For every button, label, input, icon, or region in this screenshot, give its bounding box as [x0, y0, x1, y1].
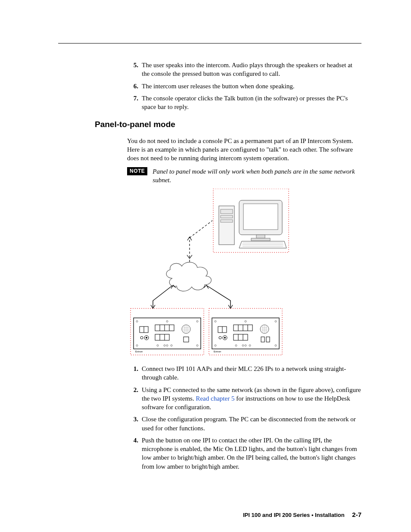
panel-brand-label: Extron [135, 350, 143, 353]
list-text: The user speaks into the intercom. Audio… [142, 61, 361, 78]
list-item: 2.Using a PC connected to the same netwo… [127, 386, 361, 412]
list-number: 4. [127, 436, 142, 471]
cross-ref-link[interactable]: Read chapter 5 [196, 395, 234, 402]
svg-rect-4 [221, 220, 233, 222]
note-text: Panel to panel mode will only work when … [153, 167, 361, 185]
note-badge: NOTE [127, 167, 147, 175]
list-number: 7. [127, 94, 142, 112]
steps-list: 1.Connect two IPI 101 AAPs and their MLC… [58, 364, 361, 471]
svg-rect-18 [134, 318, 201, 349]
footer-title: IPI 100 and IPI 200 Series • Installatio… [243, 512, 345, 518]
list-number: 1. [127, 364, 142, 382]
svg-rect-6 [243, 204, 278, 230]
page-footer: IPI 100 and IPI 200 Series • Installatio… [243, 510, 361, 519]
list-item: 4.Push the button on one IPI to contact … [127, 436, 361, 471]
list-number: 2. [127, 386, 142, 412]
list-item: 5.The user speaks into the intercom. Aud… [127, 61, 361, 78]
svg-rect-8 [251, 238, 270, 241]
top-rule [58, 43, 361, 44]
list-number: 6. [127, 82, 142, 90]
note-block: NOTE Panel to panel mode will only work … [127, 167, 361, 185]
list-item: 3.Close the configuration program. The P… [127, 415, 361, 432]
list-text: Using a PC connected to the same network… [142, 386, 361, 412]
list-text: The console operator clicks the Talk but… [142, 94, 361, 112]
list-number: 5. [127, 61, 142, 78]
section-heading: Panel-to-panel mode [95, 119, 361, 130]
svg-rect-2 [221, 209, 233, 214]
panel-brand-label: Extron [214, 350, 221, 353]
list-text: Connect two IPI 101 AAPs and their MLC 2… [142, 364, 361, 382]
list-item: 1.Connect two IPI 101 AAPs and their MLC… [127, 364, 361, 382]
list-number: 3. [127, 415, 142, 432]
svg-rect-48 [212, 318, 279, 349]
list-text: Push the button on one IPI to contact th… [142, 436, 361, 471]
svg-line-14 [190, 221, 212, 238]
list-item: 7.The console operator clicks the Talk b… [127, 94, 361, 112]
list-text: Close the configuration program. The PC … [142, 415, 361, 432]
svg-rect-3 [221, 215, 233, 218]
footer-page-number: 2-7 [352, 511, 361, 518]
panel-to-panel-diagram: Extron [127, 189, 291, 357]
svg-point-59 [224, 337, 226, 339]
continued-list: 5.The user speaks into the intercom. Aud… [58, 61, 361, 111]
list-item: 6.The intercom user releases the button … [127, 82, 361, 90]
intro-paragraph: You do not need to include a console PC … [127, 137, 361, 163]
list-text: The intercom user releases the button wh… [142, 82, 361, 90]
svg-point-29 [146, 337, 147, 339]
svg-rect-7 [256, 235, 265, 238]
